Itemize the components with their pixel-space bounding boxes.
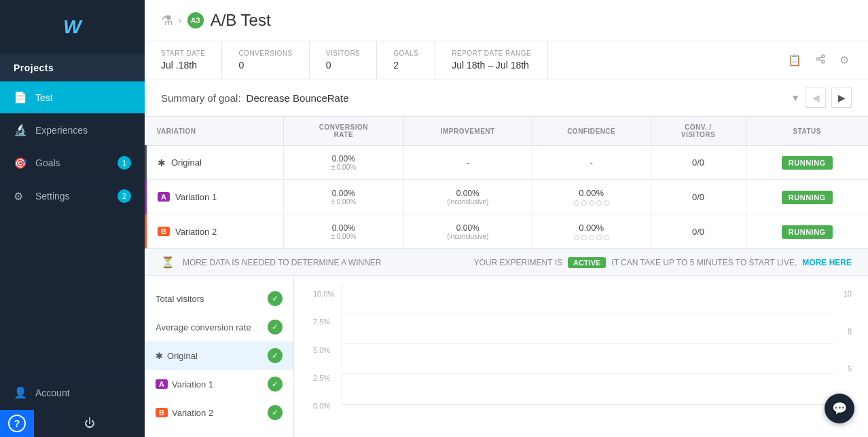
winner-bar: ⏳ MORE DATA IS NEEDED TO DETERMINE A WIN… (145, 249, 868, 276)
share-button[interactable] (812, 51, 829, 70)
y-label-left: 2.5% (313, 374, 336, 382)
sidebar-item-experiences[interactable]: 🔬 Experiences (0, 114, 145, 147)
report-value: Jul 18th – Jul 18th (452, 60, 531, 71)
account-label: Account (35, 387, 70, 398)
legend-item-variation-2[interactable]: B Variation 2 ✓ (145, 398, 293, 427)
flask-icon: ⚗ (161, 12, 173, 28)
conv-rate-margin: ± 0.00% (295, 233, 392, 240)
y-label-right: 10 (837, 290, 852, 298)
chat-icon: 💬 (832, 401, 847, 416)
confidence-cell: - (532, 146, 651, 180)
grid-line (342, 343, 834, 344)
winner-message: MORE DATA IS NEEDED TO DETERMINE A WINNE… (183, 258, 382, 267)
col-conversion-rate: CONVERSIONRATE (284, 117, 403, 146)
confidence-value: 0.00% (543, 223, 640, 233)
legend-check-icon: ✓ (268, 377, 283, 392)
hourglass-icon: ⏳ (161, 256, 175, 269)
help-button[interactable]: ? (0, 410, 34, 437)
variation-marker: ✱ (158, 157, 166, 168)
legend-label: Variation 2 (172, 408, 213, 418)
confidence-dot (604, 235, 609, 240)
summary-bar: Summary of goal: Decrease BounceRate ▼ ◀… (145, 79, 868, 117)
y-label-left: 5.0% (313, 346, 336, 354)
legend-item-total-visitors[interactable]: Total visitors ✓ (145, 284, 293, 313)
variation-name-cell: ✱ Original (146, 146, 284, 180)
sidebar-item-test[interactable]: 📄 Test (0, 81, 145, 114)
logo: W (0, 0, 145, 54)
stats-bar: START DATE Jul .18th CONVERSIONS 0 VISIT… (145, 41, 868, 79)
next-button[interactable]: ▶ (831, 88, 852, 108)
confidence-dot (589, 200, 594, 206)
conv-visitors-cell: 0/0 (651, 214, 746, 249)
confidence-dot (574, 235, 579, 240)
sidebar-item-goals[interactable]: 🎯 Goals 1 (0, 147, 145, 180)
svg-line-3 (819, 57, 822, 58)
grid-line (342, 373, 834, 374)
status-badge: RUNNING (782, 156, 833, 170)
y-label-right: 5 (837, 364, 852, 373)
confidence-dot (604, 200, 609, 206)
conv-rate-value: 0.00% (295, 223, 392, 233)
power-button[interactable]: ⏻ (34, 411, 145, 436)
confidence-cell: 0.00% (532, 180, 651, 214)
sidebar: W Projects 📄 Test 🔬 Experiences 🎯 Goals … (0, 0, 145, 437)
summary-prefix: Summary of goal: (161, 92, 241, 104)
variation-marker: A (158, 192, 170, 202)
conv-rate-cell: 0.00% ± 0.00% (284, 180, 403, 214)
status-cell: RUNNING (746, 180, 868, 214)
chat-button[interactable]: 💬 (825, 394, 854, 423)
sidebar-item-label: Goals (35, 157, 60, 168)
legend-item-avg-conv-rate[interactable]: Average conversion rate ✓ (145, 313, 293, 341)
main-content: ⚗ › A3 A/B Test START DATE Jul .18th CON… (145, 0, 868, 437)
legend-check-icon: ✓ (268, 320, 283, 335)
improvement-cell: 0.00%(inconclusive) (403, 180, 532, 214)
chart-grid (342, 283, 834, 405)
stats-actions: 📋 ⚙ (785, 51, 852, 70)
conversions-label: CONVERSIONS (238, 50, 292, 57)
more-here-link[interactable]: MORE HERE (802, 258, 852, 267)
experiment-text: YOUR EXPERIMENT IS (474, 258, 562, 267)
copy-button[interactable]: 📋 (785, 51, 804, 69)
variation-name: Variation 2 (175, 227, 217, 237)
improvement-value: 0.00% (415, 189, 521, 198)
account-section[interactable]: 👤 Account (0, 375, 145, 410)
legend-marker: ✱ (156, 351, 163, 361)
table-row: A Variation 1 0.00% ± 0.00% 0.00%(inconc… (146, 180, 869, 214)
conv-visitors-cell: 0/0 (651, 180, 746, 214)
legend-item-original[interactable]: ✱ Original ✓ (145, 341, 293, 370)
confidence-dot (581, 200, 587, 206)
svg-point-1 (816, 58, 819, 60)
sidebar-item-settings[interactable]: ⚙ Settings 2 (0, 180, 145, 213)
confidence-value: 0.00% (543, 188, 640, 198)
confidence-dot (574, 200, 579, 206)
conversions-value: 0 (238, 60, 292, 71)
legend-marker: B (156, 408, 168, 417)
variation-name-cell: B Variation 2 (146, 214, 284, 249)
winner-right: YOUR EXPERIMENT IS ACTIVE IT CAN TAKE UP… (474, 257, 852, 268)
goals-icon: 🎯 (14, 157, 27, 170)
confidence-dot (596, 200, 602, 206)
results-table: VARIATION CONVERSIONRATE IMPROVEMENT CON… (145, 117, 868, 249)
prev-button[interactable]: ◀ (806, 88, 826, 108)
col-improvement: IMPROVEMENT (403, 117, 532, 146)
status-badge: RUNNING (782, 225, 833, 239)
conv-visitors-cell: 0/0 (651, 146, 746, 180)
active-badge: ACTIVE (568, 257, 606, 268)
legend-label: Original (167, 351, 198, 361)
legend-marker: A (156, 379, 168, 389)
col-status: STATUS (746, 117, 868, 146)
legend-label: Average conversion rate (156, 322, 251, 332)
settings-button[interactable]: ⚙ (837, 51, 852, 69)
summary-dropdown-icon[interactable]: ▼ (791, 92, 800, 103)
col-variation: VARIATION (146, 117, 284, 146)
breadcrumb-badge: A3 (187, 12, 204, 28)
improvement-value: 0.00% (415, 223, 521, 233)
experiences-icon: 🔬 (14, 124, 27, 136)
svg-line-4 (819, 60, 822, 61)
table-row: ✱ Original 0.00% ± 0.00% - - 0/0 RUNNING (146, 146, 869, 180)
legend-item-variation-1[interactable]: A Variation 1 ✓ (145, 370, 293, 398)
visitors-value: 0 (326, 60, 361, 71)
goals-badge: 1 (117, 156, 131, 170)
confidence-cell: 0.00% (532, 214, 651, 249)
sidebar-item-label: Settings (35, 191, 70, 202)
